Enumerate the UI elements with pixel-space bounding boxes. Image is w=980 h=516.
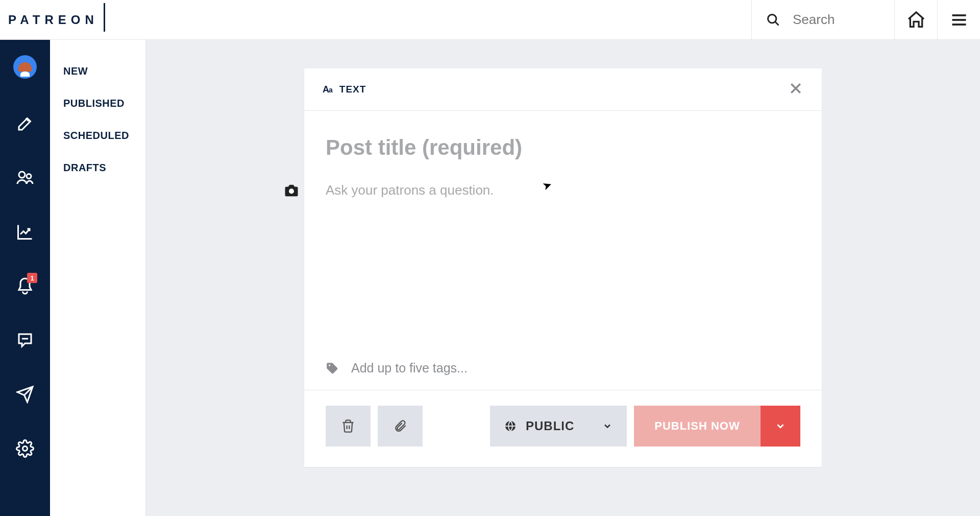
close-button[interactable] xyxy=(788,81,803,98)
logo-divider xyxy=(104,3,105,32)
brand-logo[interactable]: PATREON xyxy=(8,13,99,27)
svg-point-5 xyxy=(19,172,25,178)
paperclip-icon xyxy=(393,418,407,434)
post-editor-card: Aa TEXT xyxy=(304,68,822,467)
people-icon xyxy=(16,169,34,187)
svg-point-11 xyxy=(289,189,294,194)
compose-nav-icon[interactable] xyxy=(16,114,34,133)
messages-nav-icon[interactable] xyxy=(16,331,34,349)
search-area[interactable] xyxy=(751,0,894,39)
home-icon xyxy=(906,10,926,30)
publish-options-dropdown[interactable] xyxy=(761,406,800,447)
avatar[interactable] xyxy=(13,55,37,79)
attach-button[interactable] xyxy=(378,406,423,447)
home-button[interactable] xyxy=(894,0,937,39)
post-body-textarea[interactable] xyxy=(326,182,800,305)
add-image-button[interactable] xyxy=(284,184,299,199)
chevron-down-icon xyxy=(602,421,612,431)
icon-rail: 1 xyxy=(0,40,50,516)
gear-icon xyxy=(16,439,34,458)
paper-plane-icon xyxy=(16,385,34,404)
chart-icon xyxy=(16,223,34,241)
hamburger-icon xyxy=(950,11,968,29)
notification-badge: 1 xyxy=(27,273,37,283)
text-type-icon: Aa xyxy=(323,84,332,95)
editor-body xyxy=(304,111,822,361)
settings-nav-icon[interactable] xyxy=(16,439,34,458)
svg-point-6 xyxy=(27,174,31,179)
editor-header: Aa TEXT xyxy=(304,68,822,111)
tags-row xyxy=(304,361,822,390)
analytics-nav-icon[interactable] xyxy=(16,223,34,241)
subnav-new[interactable]: NEW xyxy=(50,55,145,87)
tags-input[interactable] xyxy=(351,361,606,376)
subnav-scheduled[interactable]: SCHEDULED xyxy=(50,120,145,152)
send-nav-icon[interactable] xyxy=(16,385,34,404)
publish-group: PUBLISH NOW xyxy=(634,406,800,447)
trash-icon xyxy=(341,418,355,434)
visibility-label: PUBLIC xyxy=(526,419,593,433)
editor-footer: PUBLIC PUBLISH NOW xyxy=(304,390,822,467)
notifications-nav-icon[interactable]: 1 xyxy=(16,277,34,295)
pencil-square-icon xyxy=(16,114,34,133)
publish-button[interactable]: PUBLISH NOW xyxy=(634,406,761,447)
svg-point-8 xyxy=(23,447,28,451)
globe-icon xyxy=(504,420,517,432)
search-input[interactable] xyxy=(793,12,874,28)
subnav-published[interactable]: PUBLISHED xyxy=(50,87,145,120)
post-title-input[interactable] xyxy=(326,135,800,160)
visibility-dropdown[interactable]: PUBLIC xyxy=(490,406,627,447)
svg-line-1 xyxy=(775,22,778,25)
tag-icon xyxy=(326,362,339,375)
sub-nav: NEW PUBLISHED SCHEDULED DRAFTS xyxy=(50,40,146,516)
top-header: PATREON xyxy=(0,0,980,40)
svg-point-0 xyxy=(768,14,776,22)
close-icon xyxy=(788,81,803,96)
patrons-nav-icon[interactable] xyxy=(16,169,34,187)
post-type-label: TEXT xyxy=(339,84,366,95)
delete-button[interactable] xyxy=(326,406,371,447)
main-area: ➤ Aa TEXT xyxy=(146,40,980,516)
chevron-down-icon xyxy=(775,420,786,432)
menu-button[interactable] xyxy=(937,0,980,39)
message-icon xyxy=(16,331,34,349)
subnav-drafts[interactable]: DRAFTS xyxy=(50,152,145,184)
search-icon xyxy=(766,13,780,27)
header-right xyxy=(751,0,980,39)
camera-icon xyxy=(284,184,299,197)
